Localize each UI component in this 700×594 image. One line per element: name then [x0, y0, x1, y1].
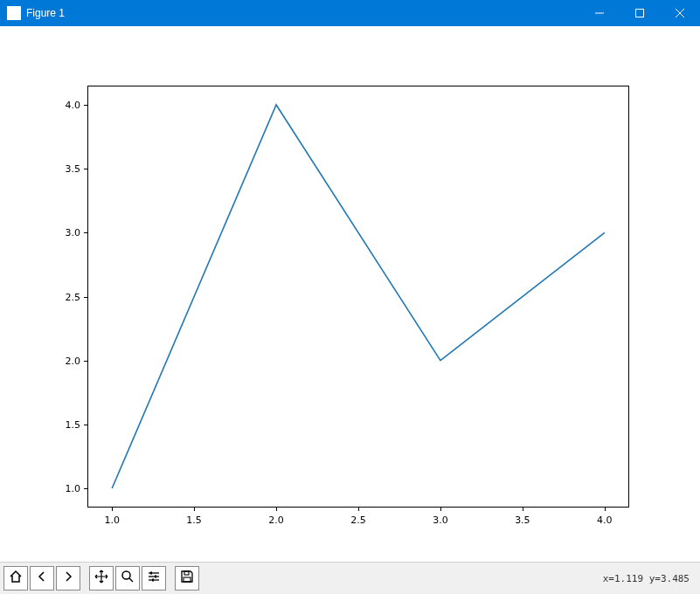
pan-icon — [94, 570, 108, 587]
x-tick-mark — [112, 508, 113, 511]
y-tick-mark — [84, 105, 87, 106]
y-tick-mark — [84, 425, 87, 425]
minimize-button[interactable] — [579, 0, 620, 26]
y-tick-label: 3.5 — [61, 163, 80, 175]
sliders-icon — [147, 570, 161, 587]
svg-rect-13 — [184, 577, 191, 582]
x-tick-mark — [523, 508, 523, 511]
plot-canvas[interactable]: 1.01.52.02.53.03.54.01.01.52.02.53.03.54… — [0, 26, 700, 562]
titlebar[interactable]: Figure 1 — [0, 0, 700, 26]
save-icon — [180, 570, 194, 587]
toolbar: x=1.119 y=3.485 — [0, 562, 700, 594]
svg-rect-1 — [636, 10, 644, 17]
x-tick-label: 1.0 — [104, 515, 120, 526]
svg-rect-11 — [152, 579, 154, 582]
x-tick-mark — [440, 508, 441, 511]
x-tick-mark — [276, 508, 277, 511]
x-tick-mark — [358, 508, 359, 511]
x-tick-mark — [605, 508, 606, 511]
y-tick-label: 1.5 — [61, 418, 80, 430]
y-tick-mark — [84, 361, 87, 362]
y-tick-mark — [84, 297, 87, 298]
y-tick-mark — [84, 169, 87, 169]
y-tick-label: 1.0 — [61, 483, 80, 494]
x-tick-label: 4.0 — [597, 515, 613, 526]
configure-subplots-button[interactable] — [142, 566, 166, 591]
forward-arrow-icon — [61, 570, 75, 587]
window-title: Figure 1 — [26, 7, 65, 19]
pan-button[interactable] — [89, 566, 114, 591]
zoom-icon — [121, 570, 135, 587]
home-button[interactable] — [3, 566, 28, 591]
svg-line-5 — [129, 578, 133, 582]
y-tick-label: 4.0 — [61, 99, 80, 110]
y-tick-mark — [84, 232, 87, 233]
svg-point-4 — [122, 571, 130, 579]
maximize-button[interactable] — [620, 0, 660, 26]
coordinate-readout: x=1.119 y=3.485 — [603, 573, 697, 584]
y-tick-label: 2.5 — [61, 291, 80, 302]
y-tick-label: 3.0 — [61, 227, 80, 238]
x-tick-label: 1.5 — [186, 515, 202, 526]
zoom-button[interactable] — [115, 566, 140, 591]
x-tick-label: 3.0 — [433, 515, 448, 526]
x-tick-label: 2.0 — [268, 515, 284, 526]
app-icon — [7, 6, 21, 20]
y-tick-mark — [84, 488, 87, 489]
x-tick-label: 2.5 — [350, 515, 366, 526]
back-button[interactable] — [30, 566, 54, 591]
forward-button[interactable] — [56, 566, 80, 591]
svg-rect-10 — [155, 576, 156, 578]
home-icon — [9, 570, 23, 587]
back-arrow-icon — [35, 570, 49, 587]
line-plot — [0, 26, 700, 562]
x-tick-label: 3.5 — [515, 515, 530, 526]
close-button[interactable] — [660, 0, 700, 26]
x-tick-mark — [194, 508, 195, 511]
svg-rect-9 — [150, 572, 152, 575]
save-button[interactable] — [175, 566, 199, 591]
y-tick-label: 2.0 — [61, 355, 80, 366]
